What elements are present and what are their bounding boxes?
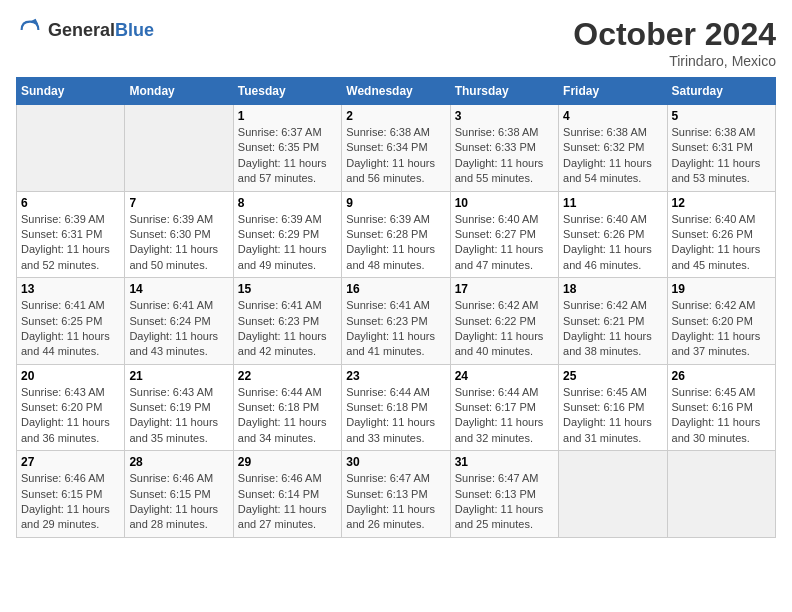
day-number: 1 [238, 109, 337, 123]
day-number: 11 [563, 196, 662, 210]
day-number: 8 [238, 196, 337, 210]
week-row-0: 1Sunrise: 6:37 AM Sunset: 6:35 PM Daylig… [17, 105, 776, 192]
day-number: 24 [455, 369, 554, 383]
day-number: 25 [563, 369, 662, 383]
day-number: 28 [129, 455, 228, 469]
day-cell: 3Sunrise: 6:38 AM Sunset: 6:33 PM Daylig… [450, 105, 558, 192]
day-number: 14 [129, 282, 228, 296]
day-number: 31 [455, 455, 554, 469]
day-number: 12 [672, 196, 771, 210]
day-info: Sunrise: 6:45 AM Sunset: 6:16 PM Dayligh… [563, 385, 662, 447]
day-cell: 1Sunrise: 6:37 AM Sunset: 6:35 PM Daylig… [233, 105, 341, 192]
day-info: Sunrise: 6:41 AM Sunset: 6:23 PM Dayligh… [238, 298, 337, 360]
day-info: Sunrise: 6:40 AM Sunset: 6:26 PM Dayligh… [563, 212, 662, 274]
month-title: October 2024 [573, 16, 776, 53]
day-header-friday: Friday [559, 78, 667, 105]
logo-text: GeneralBlue [48, 20, 154, 41]
day-number: 16 [346, 282, 445, 296]
day-number: 7 [129, 196, 228, 210]
day-number: 13 [21, 282, 120, 296]
week-row-3: 20Sunrise: 6:43 AM Sunset: 6:20 PM Dayli… [17, 364, 776, 451]
day-cell: 22Sunrise: 6:44 AM Sunset: 6:18 PM Dayli… [233, 364, 341, 451]
day-info: Sunrise: 6:44 AM Sunset: 6:18 PM Dayligh… [238, 385, 337, 447]
logo: GeneralBlue [16, 16, 154, 44]
page-header: GeneralBlue October 2024 Tirindaro, Mexi… [16, 16, 776, 69]
day-info: Sunrise: 6:45 AM Sunset: 6:16 PM Dayligh… [672, 385, 771, 447]
day-cell: 31Sunrise: 6:47 AM Sunset: 6:13 PM Dayli… [450, 451, 558, 538]
day-cell [125, 105, 233, 192]
day-number: 26 [672, 369, 771, 383]
day-number: 15 [238, 282, 337, 296]
day-cell: 9Sunrise: 6:39 AM Sunset: 6:28 PM Daylig… [342, 191, 450, 278]
day-info: Sunrise: 6:37 AM Sunset: 6:35 PM Dayligh… [238, 125, 337, 187]
day-cell: 12Sunrise: 6:40 AM Sunset: 6:26 PM Dayli… [667, 191, 775, 278]
day-cell: 7Sunrise: 6:39 AM Sunset: 6:30 PM Daylig… [125, 191, 233, 278]
day-info: Sunrise: 6:41 AM Sunset: 6:24 PM Dayligh… [129, 298, 228, 360]
day-cell: 27Sunrise: 6:46 AM Sunset: 6:15 PM Dayli… [17, 451, 125, 538]
day-info: Sunrise: 6:46 AM Sunset: 6:15 PM Dayligh… [129, 471, 228, 533]
day-cell: 28Sunrise: 6:46 AM Sunset: 6:15 PM Dayli… [125, 451, 233, 538]
day-number: 3 [455, 109, 554, 123]
day-cell: 25Sunrise: 6:45 AM Sunset: 6:16 PM Dayli… [559, 364, 667, 451]
day-info: Sunrise: 6:43 AM Sunset: 6:19 PM Dayligh… [129, 385, 228, 447]
day-info: Sunrise: 6:38 AM Sunset: 6:31 PM Dayligh… [672, 125, 771, 187]
day-number: 27 [21, 455, 120, 469]
day-cell: 19Sunrise: 6:42 AM Sunset: 6:20 PM Dayli… [667, 278, 775, 365]
day-cell [667, 451, 775, 538]
day-info: Sunrise: 6:42 AM Sunset: 6:20 PM Dayligh… [672, 298, 771, 360]
day-number: 5 [672, 109, 771, 123]
day-info: Sunrise: 6:44 AM Sunset: 6:18 PM Dayligh… [346, 385, 445, 447]
day-number: 23 [346, 369, 445, 383]
day-info: Sunrise: 6:38 AM Sunset: 6:33 PM Dayligh… [455, 125, 554, 187]
location: Tirindaro, Mexico [573, 53, 776, 69]
title-block: October 2024 Tirindaro, Mexico [573, 16, 776, 69]
day-cell: 26Sunrise: 6:45 AM Sunset: 6:16 PM Dayli… [667, 364, 775, 451]
day-cell: 20Sunrise: 6:43 AM Sunset: 6:20 PM Dayli… [17, 364, 125, 451]
day-info: Sunrise: 6:38 AM Sunset: 6:34 PM Dayligh… [346, 125, 445, 187]
day-info: Sunrise: 6:47 AM Sunset: 6:13 PM Dayligh… [346, 471, 445, 533]
day-info: Sunrise: 6:40 AM Sunset: 6:26 PM Dayligh… [672, 212, 771, 274]
day-cell: 15Sunrise: 6:41 AM Sunset: 6:23 PM Dayli… [233, 278, 341, 365]
day-number: 20 [21, 369, 120, 383]
day-cell: 10Sunrise: 6:40 AM Sunset: 6:27 PM Dayli… [450, 191, 558, 278]
day-number: 29 [238, 455, 337, 469]
day-number: 19 [672, 282, 771, 296]
header-row: SundayMondayTuesdayWednesdayThursdayFrid… [17, 78, 776, 105]
day-info: Sunrise: 6:42 AM Sunset: 6:22 PM Dayligh… [455, 298, 554, 360]
day-info: Sunrise: 6:40 AM Sunset: 6:27 PM Dayligh… [455, 212, 554, 274]
day-number: 10 [455, 196, 554, 210]
day-cell: 21Sunrise: 6:43 AM Sunset: 6:19 PM Dayli… [125, 364, 233, 451]
day-number: 22 [238, 369, 337, 383]
day-number: 21 [129, 369, 228, 383]
day-info: Sunrise: 6:44 AM Sunset: 6:17 PM Dayligh… [455, 385, 554, 447]
day-header-thursday: Thursday [450, 78, 558, 105]
day-info: Sunrise: 6:39 AM Sunset: 6:31 PM Dayligh… [21, 212, 120, 274]
day-number: 2 [346, 109, 445, 123]
day-number: 9 [346, 196, 445, 210]
day-info: Sunrise: 6:46 AM Sunset: 6:15 PM Dayligh… [21, 471, 120, 533]
day-header-monday: Monday [125, 78, 233, 105]
day-cell [17, 105, 125, 192]
day-cell: 2Sunrise: 6:38 AM Sunset: 6:34 PM Daylig… [342, 105, 450, 192]
day-cell: 23Sunrise: 6:44 AM Sunset: 6:18 PM Dayli… [342, 364, 450, 451]
week-row-4: 27Sunrise: 6:46 AM Sunset: 6:15 PM Dayli… [17, 451, 776, 538]
day-cell: 4Sunrise: 6:38 AM Sunset: 6:32 PM Daylig… [559, 105, 667, 192]
day-info: Sunrise: 6:38 AM Sunset: 6:32 PM Dayligh… [563, 125, 662, 187]
day-info: Sunrise: 6:41 AM Sunset: 6:23 PM Dayligh… [346, 298, 445, 360]
calendar-header: SundayMondayTuesdayWednesdayThursdayFrid… [17, 78, 776, 105]
day-cell: 14Sunrise: 6:41 AM Sunset: 6:24 PM Dayli… [125, 278, 233, 365]
day-info: Sunrise: 6:43 AM Sunset: 6:20 PM Dayligh… [21, 385, 120, 447]
day-cell: 5Sunrise: 6:38 AM Sunset: 6:31 PM Daylig… [667, 105, 775, 192]
calendar-table: SundayMondayTuesdayWednesdayThursdayFrid… [16, 77, 776, 538]
day-header-sunday: Sunday [17, 78, 125, 105]
day-cell [559, 451, 667, 538]
day-number: 17 [455, 282, 554, 296]
day-cell: 30Sunrise: 6:47 AM Sunset: 6:13 PM Dayli… [342, 451, 450, 538]
logo-icon [16, 16, 44, 44]
day-cell: 18Sunrise: 6:42 AM Sunset: 6:21 PM Dayli… [559, 278, 667, 365]
day-cell: 8Sunrise: 6:39 AM Sunset: 6:29 PM Daylig… [233, 191, 341, 278]
day-number: 4 [563, 109, 662, 123]
day-cell: 6Sunrise: 6:39 AM Sunset: 6:31 PM Daylig… [17, 191, 125, 278]
day-header-tuesday: Tuesday [233, 78, 341, 105]
day-info: Sunrise: 6:39 AM Sunset: 6:28 PM Dayligh… [346, 212, 445, 274]
